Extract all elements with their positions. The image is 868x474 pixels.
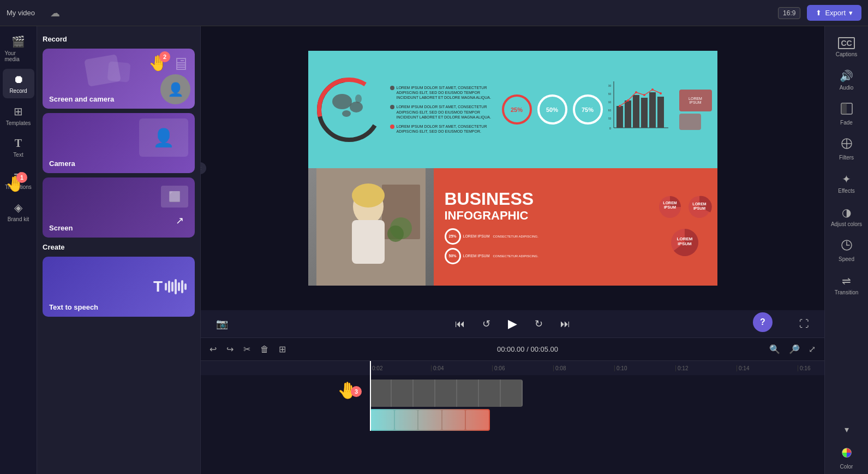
forward-button[interactable]: ↻	[530, 316, 547, 332]
collapse-panel-arrow[interactable]: ‹	[201, 162, 206, 174]
timeline-playhead-overlay	[370, 375, 371, 431]
sidebar-item-label: Your media	[5, 50, 32, 62]
camera-label: Camera	[49, 159, 75, 168]
video-title: My video	[7, 9, 35, 17]
video-track[interactable]	[370, 380, 523, 407]
zoom-out-button[interactable]: 🔍	[767, 342, 782, 357]
center-area: LOREM IPSUM DOLOR SIT AMET, CONSECTETUR …	[201, 26, 824, 474]
tts-wave	[165, 279, 187, 294]
filters-label: Filters	[839, 155, 854, 161]
skip-forward-button[interactable]: ⏭	[556, 316, 574, 332]
lorem-badge-2: 50% LOREM IPSUM CONSECTETUR ADIPISCING.	[445, 248, 538, 264]
business-info: BUSINESS INFOGRAPHIC 25% LOREM IPSUM CON…	[434, 168, 652, 286]
sidebar-item-record[interactable]: ⏺ Record	[3, 69, 34, 98]
captions-label: Captions	[836, 51, 857, 57]
wave-bar-5	[178, 282, 180, 291]
sidebar-item-your-media[interactable]: 🎬 Your media	[3, 31, 34, 67]
transitions-icon: ⇄	[14, 169, 23, 182]
right-panel-transition[interactable]: ⇌ Transition	[828, 270, 865, 300]
audio-label: Audio	[840, 85, 854, 91]
right-panel-fade[interactable]: Fade	[828, 98, 865, 130]
screen-camera-label: Screen and camera	[49, 95, 114, 103]
play-button[interactable]: ▶	[504, 315, 522, 333]
right-panel-captions[interactable]: CC Captions	[828, 33, 865, 62]
aspect-ratio-badge[interactable]: 16:9	[778, 7, 800, 19]
record-icon: ⏺	[13, 73, 24, 86]
speed-label: Speed	[839, 256, 854, 262]
text-icon: T	[15, 137, 22, 150]
timeline-area: ↩ ↪ ✂ 🗑 ⊞ 00:00.00 / 00:05.00 🔍 🔎 ⤢ 0:02…	[201, 337, 824, 474]
export-button[interactable]: ⬆ Export ▾	[807, 5, 861, 21]
sidebar-item-templates[interactable]: ⊞ Templates	[3, 100, 34, 131]
svg-rect-20	[657, 97, 664, 128]
text-to-speech-card[interactable]: T Text to speech	[43, 257, 195, 317]
fade-icon	[841, 103, 853, 117]
redo-button[interactable]: ↪	[224, 342, 236, 357]
svg-text:LOREM: LOREM	[692, 202, 706, 206]
camera-preview-circle: 👤	[160, 74, 190, 104]
infographic-thumb-1	[371, 410, 394, 430]
cursor-annotation-2: 🤚 2	[148, 54, 167, 72]
rewind-button[interactable]: ↺	[478, 316, 495, 332]
right-panel: CC Captions 🔊 Audio Fade	[824, 26, 868, 474]
wave-bar-7	[184, 283, 187, 290]
camera-icon[interactable]: 📷	[212, 316, 232, 332]
camera-card[interactable]: 👤 Camera	[43, 113, 195, 173]
undo-button[interactable]: ↩	[207, 342, 219, 357]
zoom-in-button[interactable]: 🔎	[787, 342, 802, 357]
fullscreen-button[interactable]: ⛶	[795, 316, 813, 332]
svg-text:IPSUM: IPSUM	[663, 205, 675, 209]
adjust-colors-label: Adjust colors	[831, 221, 862, 227]
screen-camera-card[interactable]: 🖥 👤 Screen and camera 🤚 2	[43, 49, 195, 109]
svg-text:LOREM: LOREM	[677, 236, 692, 241]
ruler-mark-3: 0:08	[553, 365, 614, 371]
sidebar-item-brand-kit[interactable]: ◈ Brand kit	[3, 197, 34, 227]
expand-arrow[interactable]: ▾	[845, 424, 849, 435]
svg-rect-31	[352, 220, 385, 264]
speed-icon	[841, 239, 853, 254]
business-title-1: BUSINESS	[445, 190, 534, 208]
svg-point-21	[619, 105, 621, 107]
screen-card[interactable]: ⬜ Screen ↗	[43, 177, 195, 238]
skip-back-button[interactable]: ⏮	[451, 316, 469, 332]
svg-point-23	[635, 91, 637, 93]
svg-rect-17	[633, 95, 639, 128]
help-button[interactable]: ?	[753, 312, 773, 332]
sidebar-item-label: Record	[9, 88, 27, 94]
red-box: LOREMIPSUM	[679, 90, 712, 111]
audio-icon: 🔊	[840, 69, 853, 82]
svg-point-25	[651, 88, 654, 91]
infographic-track[interactable]	[370, 409, 490, 431]
video-segment	[370, 380, 523, 407]
right-panel-filters[interactable]: Filters	[828, 133, 865, 165]
sidebar-item-transitions[interactable]: ⇄ Transitions	[3, 164, 34, 194]
hand-cursor-3: 🤚	[337, 381, 357, 399]
pct-circle-25: 25%	[502, 94, 532, 125]
effects-icon: ✦	[842, 173, 851, 186]
delete-button[interactable]: 🗑	[258, 342, 271, 357]
right-panel-color[interactable]: Color	[828, 442, 865, 474]
ruler-mark-7: 0:16	[798, 365, 824, 371]
stat-text-3: LOREM IPSUM DOLOR SIT AMET, CONSECTETUR …	[397, 124, 496, 134]
transition-label: Transition	[835, 289, 859, 295]
your-media-icon: 🎬	[11, 35, 25, 48]
timeline-tracks: 🤚 3	[201, 375, 824, 431]
expand-icon: ▾	[845, 425, 849, 434]
right-panel-adjust-colors[interactable]: ◑ Adjust colors	[828, 202, 865, 232]
svg-text:IPSUM: IPSUM	[693, 206, 705, 210]
sidebar-item-label: Brand kit	[8, 216, 29, 222]
timeline-zoom: 🔍 🔎 ⤢	[767, 342, 818, 357]
fit-button[interactable]: ⤢	[806, 342, 818, 357]
right-panel-speed[interactable]: Speed	[828, 235, 865, 266]
right-panel-audio[interactable]: 🔊 Audio	[828, 65, 865, 95]
infographic-thumb-4	[442, 410, 465, 430]
person-image	[308, 168, 434, 286]
infographic-content: LOREM IPSUM DOLOR SIT AMET, CONSECTETUR …	[308, 51, 717, 168]
infographic-thumb-2	[395, 410, 418, 430]
wave-bar-3	[171, 282, 173, 292]
cut-button[interactable]: ✂	[241, 342, 253, 357]
sidebar-item-text[interactable]: T Text	[3, 133, 34, 162]
right-panel-effects[interactable]: ✦ Effects	[828, 168, 865, 198]
add-clip-button[interactable]: ⊞	[277, 342, 288, 357]
preview-area: LOREM IPSUM DOLOR SIT AMET, CONSECTETUR …	[201, 26, 824, 310]
